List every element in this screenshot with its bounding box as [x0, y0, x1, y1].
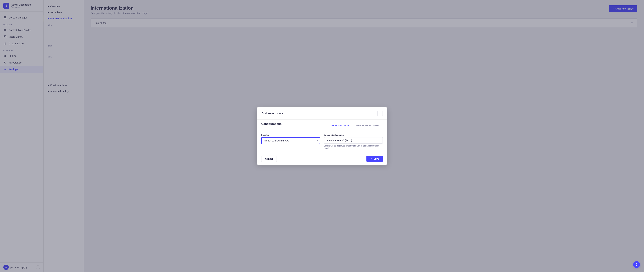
- locale-display-name-input[interactable]: [324, 137, 383, 144]
- clear-icon: ×: [314, 140, 316, 142]
- save-button[interactable]: ✓ Save: [366, 156, 383, 162]
- modal-header: Add new locale ×: [256, 107, 388, 120]
- modal-section-title: Configurations: [261, 122, 282, 126]
- checkmark-icon: ✓: [370, 158, 372, 160]
- locale-display-name-hint: Locale will be displayed under that name…: [324, 145, 383, 149]
- locales-label: Locales: [261, 134, 320, 136]
- modal-overlay: Add new locale × Configurations BASE SET…: [0, 0, 644, 272]
- modal-footer: Cancel ✓ Save: [256, 153, 388, 165]
- locale-display-name-form-group: Locale display name Locale will be displ…: [324, 134, 383, 149]
- locales-select-wrapper: French (Canada) (fr-CA) × ▼: [261, 137, 320, 144]
- locales-form-group: Locales French (Canada) (fr-CA) × ▼: [261, 134, 320, 149]
- add-locale-modal: Add new locale × Configurations BASE SET…: [256, 107, 388, 165]
- locale-display-name-label: Locale display name: [324, 134, 383, 136]
- modal-title: Add new locale: [261, 112, 283, 115]
- tab-base-settings[interactable]: BASE SETTINGS: [328, 122, 352, 129]
- help-button[interactable]: ?: [633, 261, 640, 268]
- modal-tabs: BASE SETTINGS ADVANCED SETTINGS: [328, 122, 383, 129]
- modal-top-section: Configurations BASE SETTINGS ADVANCED SE…: [256, 120, 388, 129]
- tab-advanced-settings[interactable]: ADVANCED SETTINGS: [352, 122, 383, 129]
- modal-form: Locales French (Canada) (fr-CA) × ▼ Loca…: [256, 129, 388, 153]
- close-icon: ×: [379, 112, 381, 115]
- modal-close-button[interactable]: ×: [377, 111, 383, 116]
- locales-select[interactable]: French (Canada) (fr-CA): [261, 137, 320, 144]
- cancel-button[interactable]: Cancel: [261, 156, 277, 162]
